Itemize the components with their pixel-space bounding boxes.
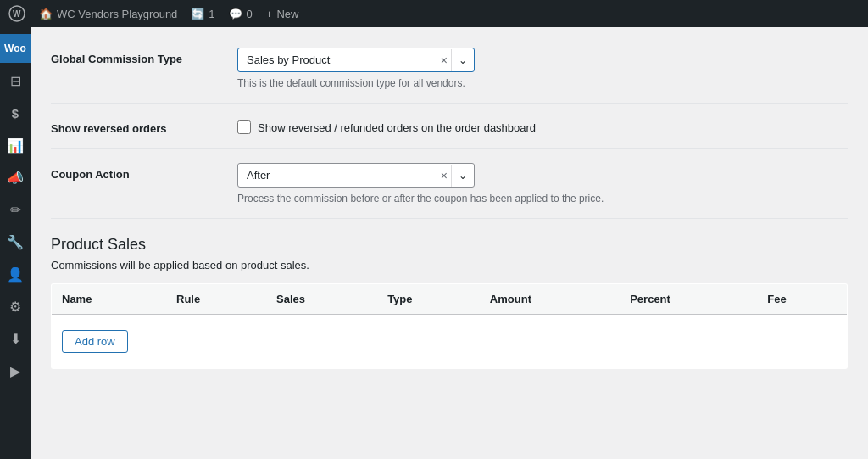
product-sales-heading: Product Sales bbox=[51, 236, 848, 254]
col-rule: Rule bbox=[166, 284, 266, 315]
reversed-orders-field: Show reversed / refunded orders on the o… bbox=[237, 117, 848, 134]
updates-link[interactable]: 🔄 1 bbox=[191, 8, 214, 20]
coupon-action-select[interactable]: After × ⌄ bbox=[237, 163, 475, 188]
reversed-orders-label: Show reversed orders bbox=[51, 117, 237, 135]
svg-text:W: W bbox=[13, 9, 21, 19]
site-name-link[interactable]: 🏠 WC Vendors Playground bbox=[39, 8, 177, 20]
sidebar-item-dashboard[interactable]: ⊟ bbox=[0, 66, 31, 95]
sidebar-item-chart[interactable]: 📊 bbox=[0, 131, 31, 160]
commission-type-clear-icon[interactable]: × bbox=[437, 53, 451, 67]
coupon-action-arrow-icon[interactable]: ⌄ bbox=[451, 165, 474, 187]
sidebar-item-megaphone[interactable]: 📣 bbox=[0, 163, 31, 192]
comments-icon: 💬 bbox=[229, 8, 242, 20]
dollar-icon: $ bbox=[12, 106, 19, 120]
chart-icon: 📊 bbox=[7, 137, 24, 154]
woo-icon: Woo bbox=[4, 42, 26, 54]
reversed-orders-row: Show reversed orders Show reversed / ref… bbox=[51, 104, 848, 149]
add-row-button[interactable]: Add row bbox=[62, 330, 128, 353]
product-sales-description: Commissions will be applied based on pro… bbox=[51, 259, 848, 271]
table-add-row-row: Add row bbox=[52, 315, 848, 369]
coupon-action-label: Coupon Action bbox=[51, 163, 237, 181]
col-type: Type bbox=[377, 284, 480, 315]
product-sales-table: Name Rule Sales Type Amount Percent Fee … bbox=[51, 283, 848, 369]
coupon-action-value: After bbox=[238, 164, 437, 187]
sidebar: Woo ⊟ $ 📊 📣 ✏ 🔧 👤 ⚙ ⬇ ▶ bbox=[0, 27, 31, 459]
commission-type-arrow-icon[interactable]: ⌄ bbox=[451, 49, 474, 71]
play-icon: ▶ bbox=[10, 363, 20, 379]
wp-logo-link[interactable]: W bbox=[8, 5, 25, 22]
pen-icon: ✏ bbox=[10, 202, 21, 218]
reversed-orders-checkbox[interactable] bbox=[237, 120, 251, 134]
dashboard-icon: ⊟ bbox=[10, 73, 21, 89]
coupon-action-field: After × ⌄ Process the commission before … bbox=[237, 163, 848, 204]
plus-icon: + bbox=[266, 8, 273, 20]
site-name: WC Vendors Playground bbox=[57, 8, 177, 20]
new-label: New bbox=[276, 8, 298, 20]
settings-icon: ⚙ bbox=[9, 299, 21, 315]
commission-type-value: Sales by Product bbox=[238, 48, 437, 71]
reversed-orders-checkbox-label: Show reversed / refunded orders on the o… bbox=[258, 121, 536, 134]
sidebar-item-tools[interactable]: 🔧 bbox=[0, 227, 31, 256]
import-icon: ⬇ bbox=[10, 331, 21, 347]
comments-link[interactable]: 💬 0 bbox=[229, 8, 253, 20]
wordpress-icon: W bbox=[8, 5, 25, 22]
reversed-orders-checkbox-row: Show reversed / refunded orders on the o… bbox=[237, 117, 848, 134]
col-amount: Amount bbox=[480, 284, 620, 315]
sidebar-item-user[interactable]: 👤 bbox=[0, 260, 31, 288]
new-content-link[interactable]: + New bbox=[266, 8, 299, 20]
sidebar-item-woo[interactable]: Woo bbox=[0, 34, 31, 63]
admin-bar: W 🏠 WC Vendors Playground 🔄 1 💬 0 + New bbox=[0, 0, 868, 27]
col-fee: Fee bbox=[757, 284, 847, 315]
sidebar-item-dollar[interactable]: $ bbox=[0, 98, 31, 127]
sidebar-item-pen[interactable]: ✏ bbox=[0, 195, 31, 224]
sidebar-item-settings[interactable]: ⚙ bbox=[0, 292, 31, 321]
coupon-action-row: Coupon Action After × ⌄ Process the comm… bbox=[51, 149, 848, 219]
main-content: Global Commission Type Sales by Product … bbox=[31, 27, 868, 459]
table-header-row: Name Rule Sales Type Amount Percent Fee bbox=[52, 284, 848, 315]
updates-count: 1 bbox=[209, 8, 214, 20]
coupon-action-clear-icon[interactable]: × bbox=[437, 169, 451, 182]
sidebar-item-import[interactable]: ⬇ bbox=[0, 324, 31, 353]
coupon-action-description: Process the commission before or after t… bbox=[237, 193, 848, 204]
commission-type-select[interactable]: Sales by Product × ⌄ bbox=[237, 48, 475, 72]
sidebar-item-play[interactable]: ▶ bbox=[0, 356, 31, 385]
comments-count: 0 bbox=[247, 8, 253, 20]
home-icon: 🏠 bbox=[39, 8, 53, 20]
tools-icon: 🔧 bbox=[7, 234, 24, 250]
col-name: Name bbox=[52, 284, 167, 315]
commission-type-description: This is the default commission type for … bbox=[237, 77, 848, 89]
megaphone-icon: 📣 bbox=[7, 170, 24, 186]
updates-icon: 🔄 bbox=[191, 8, 204, 20]
commission-type-field: Sales by Product × ⌄ This is the default… bbox=[237, 48, 848, 89]
commission-type-row: Global Commission Type Sales by Product … bbox=[51, 44, 848, 104]
commission-type-label: Global Commission Type bbox=[51, 48, 237, 65]
user-icon: 👤 bbox=[7, 266, 24, 283]
col-sales: Sales bbox=[266, 284, 377, 315]
add-row-cell: Add row bbox=[52, 315, 848, 369]
col-percent: Percent bbox=[620, 284, 757, 315]
